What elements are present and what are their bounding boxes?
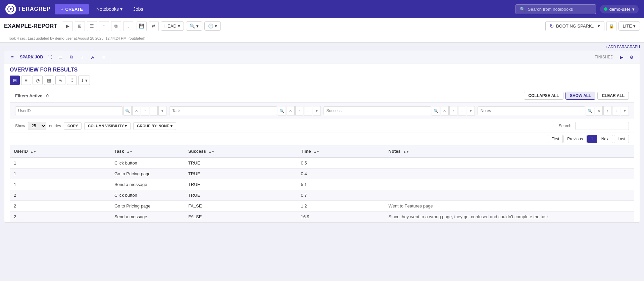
- create-button[interactable]: + CREATE: [55, 4, 89, 14]
- lock-button[interactable]: 🔒: [606, 21, 616, 31]
- paragraph-code-icon[interactable]: ≔: [99, 53, 107, 61]
- save-button[interactable]: 💾: [137, 21, 147, 31]
- column-visibility-button[interactable]: COLUMN VISIBILITY ▾: [84, 122, 131, 130]
- expand-icon[interactable]: ⛶: [46, 53, 54, 61]
- last-page-button[interactable]: Last: [614, 135, 629, 143]
- head-button[interactable]: HEAD ▾: [161, 21, 184, 31]
- notes-header[interactable]: Notes ▲▼: [385, 145, 634, 157]
- para-run-icon[interactable]: ▶: [617, 53, 626, 61]
- notes-search-btn[interactable]: 🔍: [586, 106, 594, 115]
- userid-search-btn[interactable]: 🔍: [123, 106, 132, 115]
- paragraph-upload-icon[interactable]: ↑: [78, 53, 86, 61]
- paragraph-section: ≡ SPARK JOB ⛶ ▭ ⧉ ↑ A ≔ FINISHED ▶ ⚙ OVE…: [4, 51, 640, 223]
- userid-sort-asc-btn[interactable]: ↑: [141, 106, 149, 115]
- task-header[interactable]: Task ▲▼: [110, 145, 184, 157]
- search-filter-chevron: ▾: [196, 24, 199, 29]
- view-button[interactable]: ☰: [87, 21, 97, 31]
- show-entries-select[interactable]: 25 50 100: [28, 122, 46, 130]
- success-filter-input[interactable]: [324, 106, 431, 115]
- success-sort-asc-btn[interactable]: ↑: [449, 106, 457, 115]
- userid-sort-desc-btn[interactable]: ↓: [150, 106, 158, 115]
- task-cell: Click button: [110, 157, 184, 169]
- task-sort-icon: ▲▼: [127, 150, 133, 153]
- clear-all-button[interactable]: CLEAR ALL: [597, 92, 629, 100]
- search-box[interactable]: 🔍: [515, 4, 596, 14]
- lite-label: LITE: [623, 24, 632, 29]
- task-filter-input[interactable]: [169, 106, 277, 115]
- table-view-button[interactable]: ⊞: [10, 76, 20, 85]
- line-view-button[interactable]: ∿: [55, 76, 65, 85]
- notes-sort-desc-btn[interactable]: ↓: [612, 106, 620, 115]
- notes-filter-input[interactable]: [478, 106, 585, 115]
- copy-button[interactable]: ⧉: [111, 21, 121, 31]
- group-by-button[interactable]: GROUP BY: NONE ▾: [133, 122, 176, 130]
- sync-button[interactable]: ⇄: [149, 21, 159, 31]
- next-page-button[interactable]: Next: [598, 135, 613, 143]
- upload-button[interactable]: ↑: [99, 21, 109, 31]
- user-menu[interactable]: demo-user ▾: [600, 5, 639, 13]
- success-cell: TRUE: [184, 157, 297, 169]
- task-cell: Go to Pricing page: [110, 201, 184, 212]
- search-filter-icon: 🔍: [190, 24, 195, 29]
- userid-header[interactable]: UserID ▲▼: [10, 145, 110, 157]
- table-row: 2Send a messageFALSE16.9Since they went …: [10, 212, 634, 222]
- task-sort-desc-btn[interactable]: ↓: [304, 106, 312, 115]
- more-views-button[interactable]: ⤓ ▾: [78, 76, 90, 85]
- userid-clear-btn[interactable]: ✕: [132, 106, 140, 115]
- show-all-button[interactable]: SHOW ALL: [565, 92, 596, 100]
- list-view-button[interactable]: ≡: [21, 76, 31, 85]
- task-sort-asc-btn[interactable]: ↑: [295, 106, 303, 115]
- page-1-button[interactable]: 1: [587, 135, 597, 143]
- prev-page-button[interactable]: Previous: [563, 135, 587, 143]
- paragraph-copy-icon[interactable]: ⧉: [67, 53, 75, 61]
- bar-view-button[interactable]: ▦: [44, 76, 54, 85]
- notes-options-btn[interactable]: ▾: [621, 106, 629, 115]
- task-options-btn[interactable]: ▾: [313, 106, 321, 115]
- copy-data-button[interactable]: COPY: [64, 122, 82, 130]
- task-search-btn[interactable]: 🔍: [278, 106, 286, 115]
- time-header[interactable]: Time ▲▼: [297, 145, 384, 157]
- first-page-button[interactable]: First: [548, 135, 563, 143]
- task-clear-btn[interactable]: ✕: [287, 106, 295, 115]
- run-button[interactable]: ▶: [63, 21, 73, 31]
- top-navigation: TERAGREP + CREATE Notebooks ▾ Jobs 🔍 dem…: [0, 0, 644, 18]
- userid-filter-input[interactable]: [15, 106, 123, 115]
- collapse-all-button[interactable]: COLLAPSE ALL: [524, 92, 563, 100]
- paragraph-list-icon[interactable]: ≡: [8, 53, 16, 61]
- userid-cell: 1: [10, 169, 110, 179]
- success-options-btn[interactable]: ▾: [467, 106, 475, 115]
- user-name: demo-user: [609, 7, 630, 12]
- time-cell: 5.1: [297, 179, 384, 190]
- download-button[interactable]: ↓: [123, 21, 133, 31]
- notes-sort-asc-btn[interactable]: ↑: [603, 106, 611, 115]
- head-chevron: ▾: [178, 24, 180, 29]
- table-controls: Show 25 50 100 entries COPY COLUMN VISIB…: [10, 119, 634, 133]
- paragraph-view-icon[interactable]: ▭: [56, 53, 64, 61]
- success-search-btn[interactable]: 🔍: [432, 106, 440, 115]
- paragraph-font-icon[interactable]: A: [89, 53, 97, 61]
- more-chevron: ▾: [85, 78, 88, 83]
- add-paragraph-label[interactable]: + ADD PARAGRAPH: [605, 45, 640, 49]
- lite-button[interactable]: LITE ▾: [618, 21, 640, 31]
- clock-button[interactable]: 🕐 ▾: [204, 21, 221, 31]
- jobs-menu[interactable]: Jobs: [130, 4, 147, 14]
- scatter-view-button[interactable]: ⠿: [67, 76, 77, 85]
- table-search-input[interactable]: [575, 122, 629, 130]
- search-filter-button[interactable]: 🔍 ▾: [186, 21, 202, 31]
- notebooks-menu[interactable]: Notebooks ▾: [93, 4, 126, 14]
- group-by-label: GROUP BY: NONE: [137, 124, 169, 128]
- userid-options-btn[interactable]: ▾: [158, 106, 166, 115]
- success-clear-btn[interactable]: ✕: [441, 106, 449, 115]
- pie-view-button[interactable]: ◔: [33, 76, 43, 85]
- spark-status-button[interactable]: ↻ BOOTING SPARK... ▾: [545, 21, 604, 31]
- notes-clear-btn[interactable]: ✕: [595, 106, 603, 115]
- plus-icon: +: [61, 7, 63, 12]
- notebooks-chevron: ▾: [120, 6, 122, 12]
- success-sort-desc-btn[interactable]: ↓: [458, 106, 466, 115]
- search-input[interactable]: [528, 7, 592, 12]
- para-settings-icon[interactable]: ⚙: [628, 53, 636, 61]
- notes-cell: [385, 179, 634, 190]
- userid-cell: 2: [10, 201, 110, 212]
- success-header[interactable]: Success ▲▼: [184, 145, 297, 157]
- layout-button[interactable]: ⊞: [75, 21, 85, 31]
